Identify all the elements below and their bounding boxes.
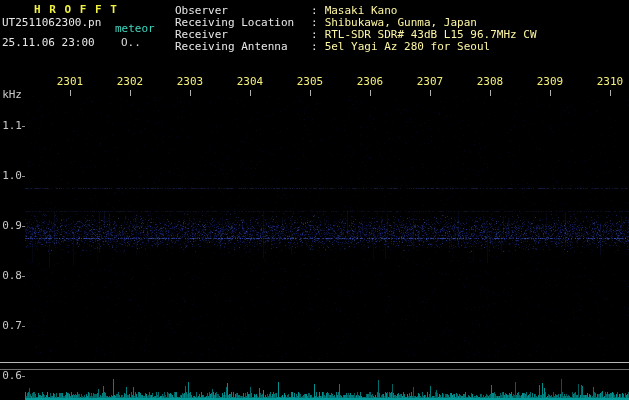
x-tick-label: 2306	[357, 76, 384, 88]
observer-info-block: Observer:Masaki Kano Receiving Location:…	[175, 5, 537, 53]
x-tick-label: 2303	[177, 76, 204, 88]
x-tick-label: 2308	[477, 76, 504, 88]
output-filename: UT2511062300.pn	[2, 17, 101, 29]
info-row-antenna: Receiving Antenna:5el Yagi Az 280 for Se…	[175, 41, 537, 53]
spectrogram-canvas	[0, 0, 629, 400]
y-tick-label: 0.8	[0, 270, 22, 282]
datetime-suffix: O..	[121, 37, 141, 49]
y-tick-label: 0.6	[0, 370, 22, 382]
info-label: Receiving Antenna	[175, 41, 311, 53]
y-tick-label: 0.7	[0, 320, 22, 332]
x-tick-label: 2307	[417, 76, 444, 88]
hrofft-spectrogram-page: H R O F F T UT2511062300.pn meteor 25.11…	[0, 0, 629, 400]
info-value: 5el Yagi Az 280 for Seoul	[325, 40, 491, 53]
y-axis-unit-label: kHz	[0, 89, 22, 101]
y-tick-label: 1.0	[0, 170, 22, 182]
observation-datetime: 25.11.06 23:00	[2, 37, 95, 49]
y-tick-label: 1.1	[0, 120, 22, 132]
info-separator: :	[311, 40, 318, 53]
x-tick-label: 2309	[537, 76, 564, 88]
app-title: H R O F F T	[34, 4, 118, 16]
station-name: meteor	[115, 23, 155, 35]
x-tick-label: 2302	[117, 76, 144, 88]
x-tick-label: 2305	[297, 76, 324, 88]
x-tick-label: 2304	[237, 76, 264, 88]
x-tick-label: 2310	[597, 76, 624, 88]
y-tick-label: 0.9	[0, 220, 22, 232]
x-tick-label: 2301	[57, 76, 84, 88]
